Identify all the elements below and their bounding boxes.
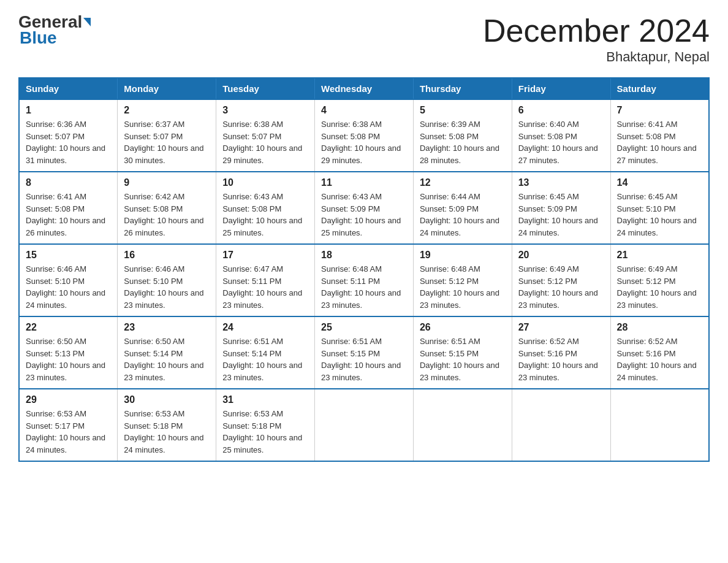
day-number: 3 xyxy=(222,105,308,116)
logo: General Blue xyxy=(18,12,92,48)
day-number: 26 xyxy=(420,322,506,333)
day-number: 24 xyxy=(222,322,308,333)
title-area: December 2024 Bhaktapur, Nepal xyxy=(483,12,710,65)
calendar-week-row: 1Sunrise: 6:36 AMSunset: 5:07 PMDaylight… xyxy=(19,99,709,172)
day-info: Sunrise: 6:40 AMSunset: 5:08 PMDaylight:… xyxy=(518,118,604,166)
day-info: Sunrise: 6:50 AMSunset: 5:14 PMDaylight:… xyxy=(124,335,210,383)
weekday-header-thursday: Thursday xyxy=(413,78,512,99)
location-title: Bhaktapur, Nepal xyxy=(483,49,710,65)
day-info: Sunrise: 6:47 AMSunset: 5:11 PMDaylight:… xyxy=(222,263,308,311)
logo-triangle-icon xyxy=(83,18,91,26)
day-info: Sunrise: 6:53 AMSunset: 5:17 PMDaylight:… xyxy=(26,408,111,456)
day-number: 23 xyxy=(124,322,210,333)
page-header: General Blue December 2024 Bhaktapur, Ne… xyxy=(18,12,710,65)
day-info: Sunrise: 6:41 AMSunset: 5:08 PMDaylight:… xyxy=(26,191,111,239)
calendar-day-cell: 25Sunrise: 6:51 AMSunset: 5:15 PMDayligh… xyxy=(315,316,414,389)
day-number: 31 xyxy=(222,394,308,405)
day-info: Sunrise: 6:51 AMSunset: 5:14 PMDaylight:… xyxy=(222,335,308,383)
day-info: Sunrise: 6:38 AMSunset: 5:08 PMDaylight:… xyxy=(321,118,407,166)
day-info: Sunrise: 6:44 AMSunset: 5:09 PMDaylight:… xyxy=(420,191,506,239)
calendar-day-cell xyxy=(610,389,709,461)
day-number: 6 xyxy=(518,105,604,116)
calendar-day-cell: 19Sunrise: 6:48 AMSunset: 5:12 PMDayligh… xyxy=(413,244,512,316)
day-number: 19 xyxy=(420,250,506,261)
weekday-header-friday: Friday xyxy=(512,78,610,99)
day-number: 20 xyxy=(518,250,604,261)
calendar-day-cell: 20Sunrise: 6:49 AMSunset: 5:12 PMDayligh… xyxy=(512,244,610,316)
day-info: Sunrise: 6:46 AMSunset: 5:10 PMDaylight:… xyxy=(124,263,210,311)
day-info: Sunrise: 6:48 AMSunset: 5:11 PMDaylight:… xyxy=(321,263,407,311)
day-info: Sunrise: 6:45 AMSunset: 5:09 PMDaylight:… xyxy=(518,191,604,239)
day-info: Sunrise: 6:36 AMSunset: 5:07 PMDaylight:… xyxy=(26,118,111,166)
calendar-week-row: 22Sunrise: 6:50 AMSunset: 5:13 PMDayligh… xyxy=(19,316,709,389)
calendar-day-cell: 10Sunrise: 6:43 AMSunset: 5:08 PMDayligh… xyxy=(216,172,315,244)
calendar-day-cell: 21Sunrise: 6:49 AMSunset: 5:12 PMDayligh… xyxy=(610,244,709,316)
weekday-header-wednesday: Wednesday xyxy=(315,78,414,99)
day-number: 2 xyxy=(124,105,210,116)
calendar-day-cell: 7Sunrise: 6:41 AMSunset: 5:08 PMDaylight… xyxy=(610,99,709,172)
calendar-week-row: 15Sunrise: 6:46 AMSunset: 5:10 PMDayligh… xyxy=(19,244,709,316)
day-number: 11 xyxy=(321,177,407,188)
day-number: 14 xyxy=(617,177,702,188)
day-number: 29 xyxy=(26,394,111,405)
day-info: Sunrise: 6:39 AMSunset: 5:08 PMDaylight:… xyxy=(420,118,506,166)
day-number: 22 xyxy=(26,322,111,333)
calendar-day-cell xyxy=(413,389,512,461)
day-number: 9 xyxy=(124,177,210,188)
calendar-day-cell: 28Sunrise: 6:52 AMSunset: 5:16 PMDayligh… xyxy=(610,316,709,389)
calendar-day-cell: 31Sunrise: 6:53 AMSunset: 5:18 PMDayligh… xyxy=(216,389,315,461)
day-number: 27 xyxy=(518,322,604,333)
calendar-day-cell: 22Sunrise: 6:50 AMSunset: 5:13 PMDayligh… xyxy=(19,316,118,389)
day-number: 10 xyxy=(222,177,308,188)
day-number: 8 xyxy=(26,177,111,188)
calendar-day-cell: 13Sunrise: 6:45 AMSunset: 5:09 PMDayligh… xyxy=(512,172,610,244)
day-info: Sunrise: 6:38 AMSunset: 5:07 PMDaylight:… xyxy=(222,118,308,166)
day-number: 25 xyxy=(321,322,407,333)
calendar-day-cell: 14Sunrise: 6:45 AMSunset: 5:10 PMDayligh… xyxy=(610,172,709,244)
day-number: 15 xyxy=(26,250,111,261)
day-info: Sunrise: 6:52 AMSunset: 5:16 PMDaylight:… xyxy=(518,335,604,383)
calendar-day-cell xyxy=(315,389,414,461)
day-info: Sunrise: 6:41 AMSunset: 5:08 PMDaylight:… xyxy=(617,118,702,166)
calendar-day-cell: 1Sunrise: 6:36 AMSunset: 5:07 PMDaylight… xyxy=(19,99,118,172)
day-info: Sunrise: 6:49 AMSunset: 5:12 PMDaylight:… xyxy=(617,263,702,311)
day-number: 18 xyxy=(321,250,407,261)
day-number: 16 xyxy=(124,250,210,261)
calendar-day-cell: 17Sunrise: 6:47 AMSunset: 5:11 PMDayligh… xyxy=(216,244,315,316)
month-year-title: December 2024 xyxy=(483,12,710,49)
day-info: Sunrise: 6:50 AMSunset: 5:13 PMDaylight:… xyxy=(26,335,111,383)
day-info: Sunrise: 6:42 AMSunset: 5:08 PMDaylight:… xyxy=(124,191,210,239)
calendar-day-cell: 4Sunrise: 6:38 AMSunset: 5:08 PMDaylight… xyxy=(315,99,414,172)
weekday-header-sunday: Sunday xyxy=(19,78,118,99)
calendar-week-row: 8Sunrise: 6:41 AMSunset: 5:08 PMDaylight… xyxy=(19,172,709,244)
calendar-table: SundayMondayTuesdayWednesdayThursdayFrid… xyxy=(18,77,710,462)
day-info: Sunrise: 6:48 AMSunset: 5:12 PMDaylight:… xyxy=(420,263,506,311)
calendar-week-row: 29Sunrise: 6:53 AMSunset: 5:17 PMDayligh… xyxy=(19,389,709,461)
day-number: 5 xyxy=(420,105,506,116)
day-info: Sunrise: 6:37 AMSunset: 5:07 PMDaylight:… xyxy=(124,118,210,166)
calendar-day-cell: 15Sunrise: 6:46 AMSunset: 5:10 PMDayligh… xyxy=(19,244,118,316)
calendar-day-cell: 11Sunrise: 6:43 AMSunset: 5:09 PMDayligh… xyxy=(315,172,414,244)
calendar-day-cell: 16Sunrise: 6:46 AMSunset: 5:10 PMDayligh… xyxy=(118,244,216,316)
calendar-day-cell xyxy=(512,389,610,461)
day-info: Sunrise: 6:51 AMSunset: 5:15 PMDaylight:… xyxy=(321,335,407,383)
day-number: 13 xyxy=(518,177,604,188)
day-info: Sunrise: 6:43 AMSunset: 5:09 PMDaylight:… xyxy=(321,191,407,239)
calendar-day-cell: 6Sunrise: 6:40 AMSunset: 5:08 PMDaylight… xyxy=(512,99,610,172)
calendar-day-cell: 23Sunrise: 6:50 AMSunset: 5:14 PMDayligh… xyxy=(118,316,216,389)
calendar-day-cell: 26Sunrise: 6:51 AMSunset: 5:15 PMDayligh… xyxy=(413,316,512,389)
day-info: Sunrise: 6:43 AMSunset: 5:08 PMDaylight:… xyxy=(222,191,308,239)
weekday-header-saturday: Saturday xyxy=(610,78,709,99)
calendar-day-cell: 30Sunrise: 6:53 AMSunset: 5:18 PMDayligh… xyxy=(118,389,216,461)
day-info: Sunrise: 6:49 AMSunset: 5:12 PMDaylight:… xyxy=(518,263,604,311)
day-info: Sunrise: 6:45 AMSunset: 5:10 PMDaylight:… xyxy=(617,191,702,239)
day-number: 7 xyxy=(617,105,702,116)
calendar-day-cell: 27Sunrise: 6:52 AMSunset: 5:16 PMDayligh… xyxy=(512,316,610,389)
calendar-day-cell: 2Sunrise: 6:37 AMSunset: 5:07 PMDaylight… xyxy=(118,99,216,172)
day-number: 12 xyxy=(420,177,506,188)
calendar-day-cell: 8Sunrise: 6:41 AMSunset: 5:08 PMDaylight… xyxy=(19,172,118,244)
day-info: Sunrise: 6:46 AMSunset: 5:10 PMDaylight:… xyxy=(26,263,111,311)
day-number: 1 xyxy=(26,105,111,116)
calendar-day-cell: 24Sunrise: 6:51 AMSunset: 5:14 PMDayligh… xyxy=(216,316,315,389)
calendar-day-cell: 12Sunrise: 6:44 AMSunset: 5:09 PMDayligh… xyxy=(413,172,512,244)
